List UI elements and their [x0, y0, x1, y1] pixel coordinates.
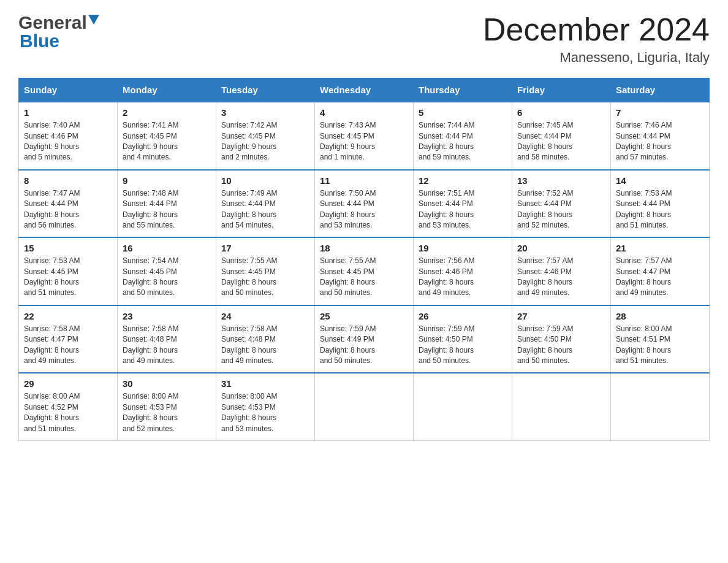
- day-info: Sunrise: 7:58 AMSunset: 4:48 PMDaylight:…: [123, 324, 211, 367]
- calendar-cell: 10 Sunrise: 7:49 AMSunset: 4:44 PMDaylig…: [216, 170, 315, 238]
- day-number: 14: [616, 175, 704, 186]
- calendar-cell: 6 Sunrise: 7:45 AMSunset: 4:44 PMDayligh…: [512, 102, 611, 170]
- calendar-cell: 29 Sunrise: 8:00 AMSunset: 4:52 PMDaylig…: [19, 373, 118, 440]
- day-number: 20: [517, 243, 605, 253]
- day-number: 12: [419, 175, 507, 186]
- day-number: 15: [24, 243, 112, 253]
- calendar-cell: 13 Sunrise: 7:52 AMSunset: 4:44 PMDaylig…: [512, 170, 611, 238]
- day-info: Sunrise: 7:50 AMSunset: 4:44 PMDaylight:…: [320, 188, 408, 231]
- day-number: 16: [123, 243, 211, 253]
- day-number: 7: [616, 107, 704, 118]
- calendar-cell: 19 Sunrise: 7:56 AMSunset: 4:46 PMDaylig…: [414, 237, 512, 305]
- day-info: Sunrise: 8:00 AMSunset: 4:53 PMDaylight:…: [123, 391, 211, 434]
- day-info: Sunrise: 7:48 AMSunset: 4:44 PMDaylight:…: [123, 188, 211, 231]
- day-info: Sunrise: 7:43 AMSunset: 4:45 PMDaylight:…: [320, 120, 408, 163]
- day-info: Sunrise: 7:44 AMSunset: 4:44 PMDaylight:…: [419, 120, 507, 163]
- calendar-cell: 1 Sunrise: 7:40 AMSunset: 4:46 PMDayligh…: [19, 102, 118, 170]
- col-header-wednesday: Wednesday: [315, 79, 414, 102]
- day-number: 13: [517, 175, 605, 186]
- calendar-cell: 16 Sunrise: 7:54 AMSunset: 4:45 PMDaylig…: [118, 237, 216, 305]
- calendar-cell: 7 Sunrise: 7:46 AMSunset: 4:44 PMDayligh…: [611, 102, 710, 170]
- calendar-cell: 23 Sunrise: 7:58 AMSunset: 4:48 PMDaylig…: [118, 305, 216, 373]
- day-info: Sunrise: 7:46 AMSunset: 4:44 PMDaylight:…: [616, 120, 704, 163]
- day-number: 6: [517, 107, 605, 118]
- day-info: Sunrise: 7:57 AMSunset: 4:47 PMDaylight:…: [616, 256, 704, 299]
- day-info: Sunrise: 7:56 AMSunset: 4:46 PMDaylight:…: [419, 256, 507, 299]
- calendar-week-row: 15 Sunrise: 7:53 AMSunset: 4:45 PMDaylig…: [19, 237, 710, 305]
- calendar-cell: 3 Sunrise: 7:42 AMSunset: 4:45 PMDayligh…: [216, 102, 315, 170]
- calendar-cell: 30 Sunrise: 8:00 AMSunset: 4:53 PMDaylig…: [118, 373, 216, 440]
- col-header-sunday: Sunday: [19, 79, 118, 102]
- calendar-cell: 21 Sunrise: 7:57 AMSunset: 4:47 PMDaylig…: [611, 237, 710, 305]
- day-info: Sunrise: 7:40 AMSunset: 4:46 PMDaylight:…: [24, 120, 112, 163]
- col-header-friday: Friday: [512, 79, 611, 102]
- day-info: Sunrise: 7:55 AMSunset: 4:45 PMDaylight:…: [320, 256, 408, 299]
- calendar-cell: [611, 373, 710, 440]
- calendar-cell: 2 Sunrise: 7:41 AMSunset: 4:45 PMDayligh…: [118, 102, 216, 170]
- day-info: Sunrise: 7:59 AMSunset: 4:49 PMDaylight:…: [320, 324, 408, 367]
- day-info: Sunrise: 7:59 AMSunset: 4:50 PMDaylight:…: [419, 324, 507, 367]
- calendar-cell: 17 Sunrise: 7:55 AMSunset: 4:45 PMDaylig…: [216, 237, 315, 305]
- day-info: Sunrise: 7:58 AMSunset: 4:47 PMDaylight:…: [24, 324, 112, 367]
- calendar-cell: 11 Sunrise: 7:50 AMSunset: 4:44 PMDaylig…: [315, 170, 414, 238]
- calendar-cell: 20 Sunrise: 7:57 AMSunset: 4:46 PMDaylig…: [512, 237, 611, 305]
- day-info: Sunrise: 8:00 AMSunset: 4:52 PMDaylight:…: [24, 391, 112, 434]
- calendar-week-row: 29 Sunrise: 8:00 AMSunset: 4:52 PMDaylig…: [19, 373, 710, 440]
- logo-text-general: General: [18, 12, 87, 33]
- day-number: 17: [221, 243, 309, 253]
- location-title: Manesseno, Liguria, Italy: [483, 50, 710, 66]
- col-header-monday: Monday: [118, 79, 216, 102]
- day-number: 29: [24, 378, 112, 389]
- calendar-cell: [315, 373, 414, 440]
- day-number: 18: [320, 243, 408, 253]
- page-header: General Blue December 2024 Manesseno, Li…: [18, 12, 710, 66]
- day-number: 26: [419, 311, 507, 321]
- calendar-cell: [512, 373, 611, 440]
- calendar-cell: 15 Sunrise: 7:53 AMSunset: 4:45 PMDaylig…: [19, 237, 118, 305]
- day-number: 10: [221, 175, 309, 186]
- day-number: 23: [123, 311, 211, 321]
- day-info: Sunrise: 7:52 AMSunset: 4:44 PMDaylight:…: [517, 188, 605, 231]
- day-number: 2: [123, 107, 211, 118]
- month-title: December 2024: [483, 12, 710, 47]
- day-number: 11: [320, 175, 408, 186]
- day-info: Sunrise: 8:00 AMSunset: 4:51 PMDaylight:…: [616, 324, 704, 367]
- logo-arrow-icon: [88, 15, 99, 25]
- day-info: Sunrise: 7:51 AMSunset: 4:44 PMDaylight:…: [419, 188, 507, 231]
- day-info: Sunrise: 7:45 AMSunset: 4:44 PMDaylight:…: [517, 120, 605, 163]
- calendar-cell: 12 Sunrise: 7:51 AMSunset: 4:44 PMDaylig…: [414, 170, 512, 238]
- calendar-cell: 18 Sunrise: 7:55 AMSunset: 4:45 PMDaylig…: [315, 237, 414, 305]
- calendar-header-row: SundayMondayTuesdayWednesdayThursdayFrid…: [19, 79, 710, 102]
- day-number: 30: [123, 378, 211, 389]
- calendar-cell: 31 Sunrise: 8:00 AMSunset: 4:53 PMDaylig…: [216, 373, 315, 440]
- day-number: 9: [123, 175, 211, 186]
- day-number: 4: [320, 107, 408, 118]
- day-number: 28: [616, 311, 704, 321]
- day-number: 21: [616, 243, 704, 253]
- day-number: 22: [24, 311, 112, 321]
- col-header-thursday: Thursday: [414, 79, 512, 102]
- day-info: Sunrise: 7:55 AMSunset: 4:45 PMDaylight:…: [221, 256, 309, 299]
- calendar-cell: 26 Sunrise: 7:59 AMSunset: 4:50 PMDaylig…: [414, 305, 512, 373]
- col-header-saturday: Saturday: [611, 79, 710, 102]
- day-number: 3: [221, 107, 309, 118]
- day-number: 19: [419, 243, 507, 253]
- calendar-table: SundayMondayTuesdayWednesdayThursdayFrid…: [18, 78, 710, 441]
- calendar-cell: 22 Sunrise: 7:58 AMSunset: 4:47 PMDaylig…: [19, 305, 118, 373]
- calendar-week-row: 8 Sunrise: 7:47 AMSunset: 4:44 PMDayligh…: [19, 170, 710, 238]
- calendar-cell: 28 Sunrise: 8:00 AMSunset: 4:51 PMDaylig…: [611, 305, 710, 373]
- day-number: 24: [221, 311, 309, 321]
- calendar-cell: 9 Sunrise: 7:48 AMSunset: 4:44 PMDayligh…: [118, 170, 216, 238]
- day-info: Sunrise: 7:54 AMSunset: 4:45 PMDaylight:…: [123, 256, 211, 299]
- calendar-cell: [414, 373, 512, 440]
- day-info: Sunrise: 7:59 AMSunset: 4:50 PMDaylight:…: [517, 324, 605, 367]
- calendar-cell: 8 Sunrise: 7:47 AMSunset: 4:44 PMDayligh…: [19, 170, 118, 238]
- calendar-week-row: 22 Sunrise: 7:58 AMSunset: 4:47 PMDaylig…: [19, 305, 710, 373]
- day-number: 1: [24, 107, 112, 118]
- calendar-cell: 14 Sunrise: 7:53 AMSunset: 4:44 PMDaylig…: [611, 170, 710, 238]
- calendar-cell: 5 Sunrise: 7:44 AMSunset: 4:44 PMDayligh…: [414, 102, 512, 170]
- day-info: Sunrise: 7:47 AMSunset: 4:44 PMDaylight:…: [24, 188, 112, 231]
- day-number: 27: [517, 311, 605, 321]
- day-info: Sunrise: 8:00 AMSunset: 4:53 PMDaylight:…: [221, 391, 309, 434]
- logo-text-blue: Blue: [20, 31, 59, 52]
